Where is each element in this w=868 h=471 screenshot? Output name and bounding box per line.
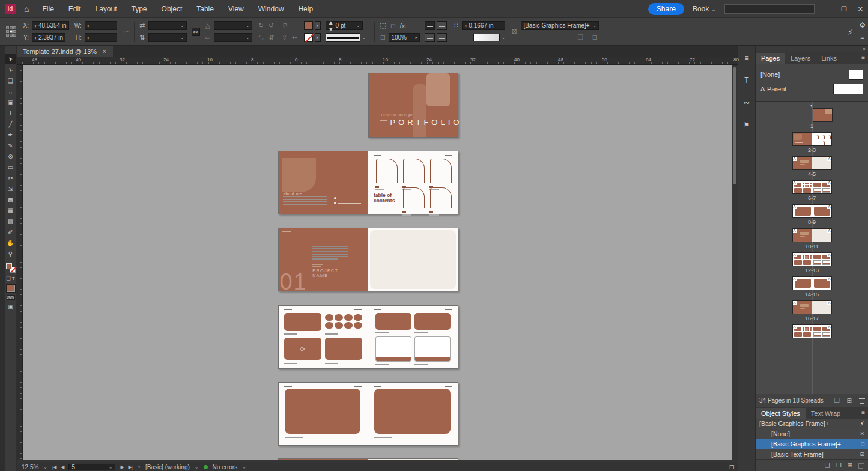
menu-window[interactable]: Window <box>258 5 284 13</box>
screen-mode-button[interactable]: ▣ <box>8 303 13 309</box>
about-label[interactable]: about me <box>283 192 302 196</box>
control-panel-menu-icon[interactable]: ≡ <box>860 34 864 43</box>
w-field[interactable]: ▲▼ <box>85 21 117 30</box>
x-field[interactable]: ▲▼48.5354 in <box>32 21 69 30</box>
stroke-weight-combo[interactable]: ▲▼0 pt⌄ <box>326 21 363 30</box>
pages-spread-list[interactable]: ▼ 1 2-3 AA 4-5 AA 6-7 AA 8-9 AA 10-11 AA… <box>756 102 868 394</box>
minimize-button[interactable]: – <box>827 5 830 13</box>
pages-panel-spread-8-9[interactable]: AA 8-9 <box>756 204 868 225</box>
shear-combo[interactable]: ⌄ <box>214 33 252 42</box>
hand-tool[interactable]: ✋ <box>5 238 16 248</box>
character-styles-icon[interactable]: T <box>740 75 753 87</box>
menu-view[interactable]: View <box>228 5 244 13</box>
spread-about-toc[interactable]: about me <box>278 151 458 214</box>
object-style-row[interactable]: [None]✕ <box>756 428 868 439</box>
type-tool[interactable]: T <box>5 108 16 118</box>
project-image-frame[interactable] <box>370 230 456 290</box>
master-thumbnail[interactable] <box>849 70 863 80</box>
about-shape[interactable] <box>282 158 316 191</box>
gradient-swatch-tool[interactable]: ▩ <box>5 195 16 205</box>
canvas-vertical-scrollbar[interactable] <box>732 65 738 460</box>
fill-swatch[interactable] <box>6 263 12 269</box>
select-previous-icon[interactable]: ⇠ <box>291 34 299 41</box>
preflight-status[interactable]: No errors <box>213 464 238 470</box>
master-row[interactable]: A-Parent <box>760 82 863 96</box>
delete-page-icon[interactable] <box>860 398 864 404</box>
cover-shape-top[interactable] <box>426 73 449 106</box>
menu-layout[interactable]: Layout <box>96 5 117 13</box>
wrap-bounding-box-button[interactable] <box>437 21 447 30</box>
wrap-jump-button[interactable] <box>437 33 447 42</box>
pen-tool[interactable]: ✒ <box>5 130 16 140</box>
indesign-logo-icon[interactable]: Id <box>5 4 16 14</box>
objectstyles-tab-object-styles[interactable]: Object Styles <box>756 408 806 419</box>
stroke-type-combo[interactable] <box>326 33 360 42</box>
frame-tool[interactable]: ⊗ <box>5 151 16 162</box>
spread-photos[interactable] <box>278 382 458 446</box>
cover-shape-mid[interactable] <box>413 84 426 137</box>
quick-actions-icon[interactable]: ⚡ <box>848 28 853 37</box>
cover-title[interactable]: PORTFOLIO <box>390 118 463 127</box>
pages-tab-layers[interactable]: Layers <box>785 53 816 64</box>
pages-panel-spread-12-13[interactable]: AA 12-13 <box>756 252 868 273</box>
rectangle-tool[interactable]: ▭ <box>5 162 16 172</box>
h-field[interactable]: ▲▼ <box>85 33 117 42</box>
quick-apply-icon[interactable]: ⚡ <box>860 420 864 427</box>
content-collector-tool[interactable]: ▣ <box>5 97 16 108</box>
style-group-icon[interactable]: ❏ <box>825 462 830 469</box>
stroke-swatch-arrow[interactable]: ▸ <box>315 33 321 42</box>
formatting-text-icon[interactable]: T <box>12 276 15 281</box>
search-input[interactable] <box>724 4 815 14</box>
object-style-row[interactable]: [Basic Graphics Frame]+□ <box>756 439 868 449</box>
page-number-field[interactable]: 5⌄ <box>68 464 115 470</box>
scissors-tool[interactable]: ✂ <box>5 173 16 183</box>
object-styles-menu-icon[interactable]: ≡ <box>861 409 865 416</box>
pencil-tool[interactable]: ✎ <box>5 141 16 151</box>
spread-partial[interactable] <box>278 458 458 460</box>
pages-panel-spread-10-11[interactable]: AA 10-11 <box>756 228 868 249</box>
scrollbar-thumb[interactable] <box>733 67 736 184</box>
scale-x-combo[interactable]: ⌄ <box>148 21 187 30</box>
objectstyles-tab-text-wrap[interactable]: Text Wrap <box>806 408 846 419</box>
last-page-button[interactable]: ▶| <box>129 464 132 470</box>
book-dropdown[interactable]: Book⌄ <box>693 5 716 13</box>
settings-gear-icon[interactable]: ⚙ <box>859 21 866 29</box>
corner-shape-icon[interactable]: □ <box>389 22 397 29</box>
delete-style-icon[interactable] <box>858 463 863 469</box>
object-style-row[interactable]: [Basic Text Frame]⊡ <box>756 449 868 459</box>
project-name-label[interactable]: PROJECTNAME <box>312 269 338 278</box>
y-field[interactable]: ▲▼2.3937 in <box>32 33 65 42</box>
close-button[interactable]: ✕ <box>858 5 863 13</box>
share-button[interactable]: Share <box>648 3 684 15</box>
clear-overrides-icon[interactable]: ❐ <box>836 462 842 469</box>
fill-swatch-arrow[interactable]: ▸ <box>315 21 321 30</box>
pages-tab-links[interactable]: Links <box>816 53 842 64</box>
first-page-button[interactable]: |◀ <box>52 464 56 470</box>
corner-options-icon[interactable]: ⬚ <box>378 22 387 29</box>
menu-help[interactable]: Help <box>298 5 313 13</box>
horizontal-ruler[interactable]: 4840322416808162432404856647280 <box>17 57 738 65</box>
eyedropper-tool[interactable]: ✐ <box>5 227 16 237</box>
vertical-ruler[interactable] <box>17 65 23 460</box>
canvas-pasteboard[interactable]: interior design PORTFOLIO about me <box>23 65 732 460</box>
link-scale-icon[interactable]: ∾ <box>192 28 200 36</box>
frame-fitting-icon[interactable]: ⊠ <box>510 28 518 35</box>
restore-button[interactable]: ❐ <box>841 5 847 13</box>
flip-horizontal-icon[interactable]: ⇋ <box>257 34 266 41</box>
spread-cover-page[interactable]: interior design PORTFOLIO <box>368 73 458 138</box>
master-thumbnail[interactable] <box>833 84 863 94</box>
zoom-tool[interactable]: ⚲ <box>5 249 16 259</box>
opacity-combo[interactable]: 100%▸ <box>389 33 420 42</box>
spread-project-01[interactable]: PROJECTNAME 01 <box>278 228 458 291</box>
menu-object[interactable]: Object <box>162 5 183 13</box>
project-number[interactable]: 01 <box>279 269 307 291</box>
toc-title[interactable]: table ofcontents <box>374 193 395 204</box>
pages-panel-spread-6-7[interactable]: AA 6-7 <box>756 180 868 201</box>
cover-subtitle[interactable]: interior design <box>381 113 413 117</box>
home-icon[interactable]: ⌂ <box>24 4 29 14</box>
gradient-feather-tool[interactable]: ▦ <box>5 205 16 216</box>
object-style-combo[interactable]: [Basic Graphics Frame]+⌄ <box>521 21 599 30</box>
pages-tab-pages[interactable]: Pages <box>756 53 785 64</box>
pages-panel-spread-4-5[interactable]: AA 4-5 <box>756 156 868 177</box>
master-row[interactable]: [None] <box>760 67 863 82</box>
